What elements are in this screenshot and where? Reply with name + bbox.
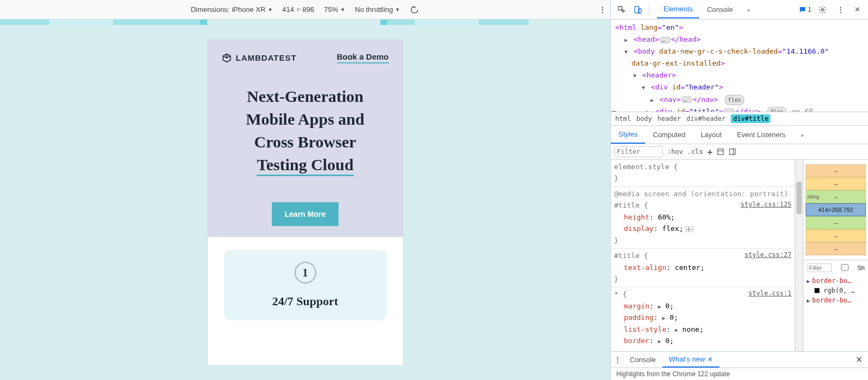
expand-toggle-icon[interactable]: ▶ bbox=[623, 35, 629, 44]
show-all-checkbox[interactable] bbox=[837, 264, 853, 271]
overflow-menu-icon[interactable]: ⋯ bbox=[612, 106, 615, 112]
css-rules-list[interactable]: element.style { } @media screen and (ori… bbox=[611, 160, 795, 351]
expand-shorthand-icon[interactable]: ▶ bbox=[675, 327, 678, 333]
issues-button[interactable]: 1 bbox=[799, 3, 812, 16]
device-select[interactable]: Dimensions: iPhone XR ▼ bbox=[191, 5, 273, 14]
dimension-inputs: 414 × 896 bbox=[282, 5, 314, 14]
expand-icon[interactable]: ▶ bbox=[807, 277, 810, 285]
crumb-div-title[interactable]: div#title bbox=[731, 114, 770, 123]
drawer-close-icon[interactable]: ✕ bbox=[856, 355, 865, 365]
elements-panel: <html lang="en"> ▶ <head></head> ▼ <body… bbox=[611, 20, 868, 380]
tab-elements[interactable]: Elements bbox=[657, 1, 699, 18]
dom-node[interactable]: <body data-new-gr-c-s-check-loaded="14.1… bbox=[634, 47, 829, 55]
dim-height[interactable]: 896 bbox=[303, 5, 315, 14]
device-frame: LAMBDATEST Book a Demo Next-Generation M… bbox=[208, 40, 403, 365]
tab-event-listeners[interactable]: Event Listeners bbox=[729, 126, 793, 143]
learn-more-button[interactable]: Learn More bbox=[272, 202, 339, 226]
tab-layout[interactable]: Layout bbox=[693, 126, 729, 143]
tab-overflow[interactable]: » bbox=[793, 126, 812, 143]
throttling-select[interactable]: No throttling ▼ bbox=[355, 5, 400, 14]
expand-toggle-icon[interactable]: ▼ bbox=[631, 71, 638, 80]
css-declaration[interactable]: display: flex; bbox=[614, 223, 792, 234]
flex-badge[interactable]: flex bbox=[767, 107, 787, 112]
css-declaration[interactable]: margin: ▶ 0; bbox=[614, 300, 792, 312]
device-preview-pane: Dimensions: iPhone XR ▼ 414 × 896 75% ▼ … bbox=[0, 0, 610, 380]
collapsed-content-icon[interactable] bbox=[660, 37, 670, 43]
tab-computed[interactable]: Computed bbox=[645, 126, 693, 143]
expand-toggle-icon[interactable]: ▶ bbox=[649, 95, 655, 105]
expand-shorthand-icon[interactable]: ▶ bbox=[658, 338, 661, 344]
dom-node[interactable]: <head> bbox=[634, 35, 659, 43]
zoom-value: 75% bbox=[324, 5, 338, 14]
tab-styles[interactable]: Styles bbox=[611, 126, 645, 144]
dom-node[interactable]: <div id="header"> bbox=[651, 83, 723, 91]
dim-width[interactable]: 414 bbox=[282, 5, 294, 14]
collapsed-content-icon[interactable] bbox=[682, 96, 692, 103]
site-logo[interactable]: LAMBDATEST bbox=[222, 53, 297, 63]
crumb-body[interactable]: body bbox=[636, 115, 652, 123]
expand-toggle-icon[interactable]: ▶ bbox=[644, 107, 651, 112]
toggle-sidebar-icon[interactable] bbox=[729, 148, 736, 156]
dom-node[interactable]: <header> bbox=[642, 71, 676, 79]
rule-close: } bbox=[614, 172, 792, 184]
dom-node-selected[interactable]: <div id="title"> bbox=[655, 107, 723, 112]
cls-toggle[interactable]: .cls bbox=[687, 148, 703, 156]
drawer-tab-whatsnew[interactable]: What's new ✕ bbox=[662, 352, 719, 368]
rule-element-style[interactable]: element.style { } bbox=[611, 160, 795, 187]
crumb-html[interactable]: html bbox=[615, 115, 631, 123]
drawer-menu-icon[interactable]: ⋮ bbox=[614, 356, 620, 364]
css-declaration[interactable]: text-align: center; bbox=[614, 262, 792, 273]
expand-toggle-icon[interactable]: ▼ bbox=[623, 47, 629, 56]
css-declaration[interactable]: height: 60%; bbox=[614, 211, 792, 223]
rule-universal[interactable]: * { style.css:1 margin: ▶ 0; padding: ▶ … bbox=[611, 287, 795, 349]
settings-icon[interactable] bbox=[816, 3, 829, 16]
tab-overflow[interactable]: » bbox=[741, 1, 757, 18]
flex-badge[interactable]: flex bbox=[725, 95, 744, 105]
rule-source-link[interactable]: style.css:1 bbox=[749, 288, 792, 300]
rotate-button[interactable] bbox=[410, 5, 419, 15]
scrollbar[interactable] bbox=[795, 160, 803, 351]
flex-editor-icon[interactable] bbox=[686, 227, 693, 232]
rule-source-link[interactable]: style.css:27 bbox=[744, 250, 792, 261]
rule-close: } bbox=[614, 273, 792, 285]
css-declaration[interactable]: padding: ▶ 0; bbox=[614, 312, 792, 323]
zoom-select[interactable]: 75% ▼ bbox=[324, 5, 345, 14]
computed-filter-input[interactable] bbox=[807, 263, 832, 272]
crumb-div-header[interactable]: div#header bbox=[686, 115, 725, 123]
drawer-tab-console[interactable]: Console bbox=[623, 352, 662, 367]
more-menu-icon[interactable]: ⋮ bbox=[599, 5, 605, 14]
new-style-rule-icon[interactable]: + bbox=[707, 147, 713, 157]
expand-shorthand-icon[interactable]: ▶ bbox=[662, 315, 665, 321]
dom-tree[interactable]: <html lang="en"> ▶ <head></head> ▼ <body… bbox=[611, 20, 868, 112]
computed-properties-list[interactable]: ▶border-bo… rgb(0, … ▶border-bo… bbox=[803, 275, 868, 306]
expand-toggle-icon[interactable]: ▼ bbox=[640, 83, 647, 92]
devtools-top-toolbar: Elements Console » 1 ⋮ ✕ bbox=[611, 0, 868, 20]
dom-node[interactable]: <nav> bbox=[660, 95, 681, 104]
close-devtools-icon[interactable]: ✕ bbox=[851, 3, 864, 16]
rule-title-media[interactable]: @media screen and (orientation: portrait… bbox=[611, 187, 795, 249]
box-model-diagram[interactable]: – – dding– 414×268.792 – – – bbox=[803, 160, 868, 260]
dom-node[interactable]: <html lang="en"> bbox=[615, 23, 683, 31]
expand-shorthand-icon[interactable]: ▶ bbox=[658, 304, 661, 310]
tab-console[interactable]: Console bbox=[700, 1, 739, 18]
css-declaration[interactable]: list-style: ▶ none; bbox=[614, 324, 792, 335]
close-tab-icon[interactable]: ✕ bbox=[707, 356, 713, 363]
book-demo-link[interactable]: Book a Demo bbox=[337, 52, 389, 63]
toggle-device-toolbar-icon[interactable] bbox=[631, 3, 644, 16]
rule-source-link[interactable]: style.css:125 bbox=[741, 199, 792, 211]
show-all-label: Sh bbox=[858, 265, 865, 271]
inspect-element-icon[interactable] bbox=[615, 3, 628, 16]
more-menu-icon[interactable]: ⋮ bbox=[833, 3, 846, 16]
computed-val: rgb(0, … bbox=[824, 286, 855, 295]
collapsed-content-icon[interactable] bbox=[724, 108, 734, 112]
color-swatch-icon[interactable] bbox=[814, 288, 820, 293]
hov-toggle[interactable]: :hov bbox=[667, 148, 683, 156]
responsive-ruler[interactable] bbox=[0, 20, 610, 29]
crumb-header[interactable]: header bbox=[658, 115, 681, 123]
expand-icon[interactable]: ▶ bbox=[807, 297, 810, 305]
styles-filter-input[interactable] bbox=[614, 146, 663, 157]
css-declaration[interactable]: border: ▶ 0; bbox=[614, 335, 792, 346]
computed-sidebar-toggle-icon[interactable] bbox=[717, 148, 724, 156]
chevron-down-icon: ▼ bbox=[267, 7, 272, 12]
rule-title-2[interactable]: #title { style.css:27 text-align: center… bbox=[611, 249, 795, 287]
